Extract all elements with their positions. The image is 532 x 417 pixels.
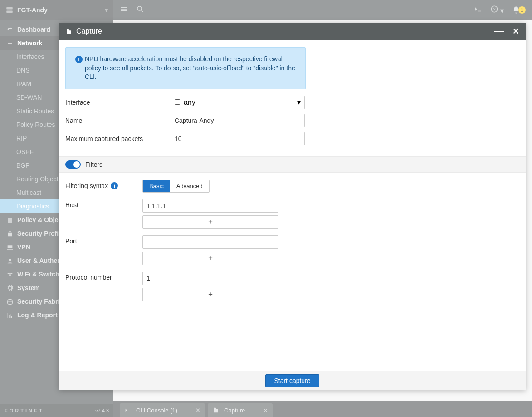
port-label: Port [65, 235, 142, 245]
close-icon[interactable]: ✕ [512, 26, 519, 36]
plus-icon: ＋ [207, 253, 214, 263]
capture-icon [65, 27, 73, 35]
filters-toggle[interactable] [65, 160, 81, 169]
protocol-label: Protocol number [65, 272, 142, 281]
syntax-advanced-button[interactable]: Advanced [170, 180, 209, 192]
protocol-input[interactable] [142, 272, 278, 285]
plus-icon: ＋ [207, 217, 214, 227]
filters-heading: Filters [85, 161, 102, 168]
add-protocol-button[interactable]: ＋ [142, 288, 278, 301]
filtering-syntax-label: Filtering syntax [65, 182, 108, 189]
syntax-basic-button[interactable]: Basic [143, 180, 170, 192]
add-host-button[interactable]: ＋ [142, 215, 278, 229]
square-icon [175, 99, 180, 105]
add-port-button[interactable]: ＋ [142, 252, 278, 265]
info-icon: i [73, 55, 85, 82]
chevron-down-icon: ▾ [297, 98, 301, 107]
capture-panel: Capture — ✕ i NPU hardware acceleration … [59, 23, 526, 390]
filters-header: Filters [59, 156, 526, 173]
name-input[interactable] [171, 114, 305, 127]
name-label: Name [65, 117, 171, 124]
interface-value: any [184, 98, 195, 106]
max-packets-input[interactable] [171, 132, 305, 145]
interface-label: Interface [65, 99, 171, 106]
port-input[interactable] [142, 235, 278, 249]
info-icon[interactable]: i [111, 182, 118, 189]
panel-footer: Start capture [59, 371, 526, 390]
host-label: Host [65, 199, 142, 208]
host-input[interactable] [142, 199, 278, 213]
plus-icon: ＋ [207, 290, 214, 299]
panel-title: Capture [76, 27, 102, 35]
info-message: NPU hardware acceleration must be disabl… [85, 55, 298, 82]
interface-select[interactable]: any ▾ [171, 96, 305, 109]
start-capture-button[interactable]: Start capture [265, 374, 319, 387]
info-box: i NPU hardware acceleration must be disa… [65, 47, 306, 89]
syntax-segmented-control: Basic Advanced [142, 180, 210, 193]
panel-header: Capture — ✕ [59, 23, 526, 40]
max-packets-label: Maximum captured packets [65, 135, 171, 142]
